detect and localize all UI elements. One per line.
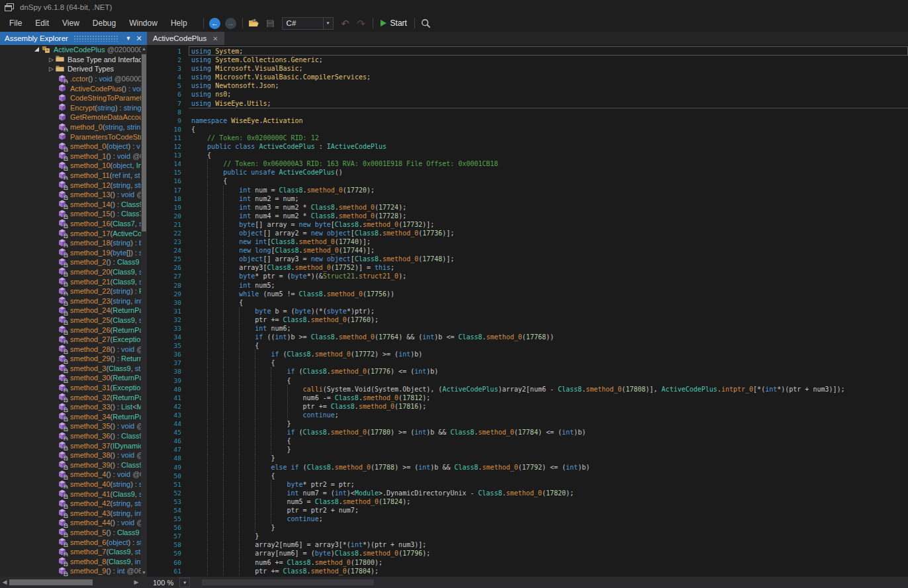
- code-line[interactable]: 13 {: [147, 151, 908, 159]
- navigate-back-button[interactable]: ←: [207, 16, 223, 30]
- scroll-up-icon[interactable]: ▲: [141, 45, 147, 53]
- editor-horizontal-scrollbar[interactable]: [190, 577, 908, 588]
- tree-item[interactable]: smethod_16(Class7, st: [0, 219, 141, 229]
- start-debug-button[interactable]: Start: [377, 17, 411, 29]
- code-line[interactable]: 60 num6 += Class8.smethod_0(17800);: [147, 558, 908, 567]
- code-line[interactable]: 39 {: [147, 376, 908, 385]
- tree-item[interactable]: smethod_2() : Class9 @: [0, 257, 141, 267]
- code-line[interactable]: 51 byte* ptr2 = ptr;: [147, 480, 908, 489]
- open-file-button[interactable]: [246, 16, 262, 30]
- code-line[interactable]: 10{: [147, 125, 908, 134]
- code-line[interactable]: 50 {: [147, 472, 908, 480]
- code-line[interactable]: 33 int num6;: [147, 324, 908, 333]
- tree-item[interactable]: smethod_6(object) : st: [0, 537, 141, 547]
- language-select[interactable]: C# ▼: [282, 17, 334, 30]
- tree-item[interactable]: smethod_17(ActiveCo: [0, 228, 141, 238]
- tree-item[interactable]: smethod_40(string) : s: [0, 480, 141, 489]
- tree-item[interactable]: smethod_42(string, str: [0, 499, 141, 509]
- code-line[interactable]: 56 }: [147, 523, 908, 532]
- code-line[interactable]: 59 array[num6] = (byte)Class8.smethod_0(…: [147, 549, 908, 558]
- code-line[interactable]: 42 ptr += Class8.smethod_0(17816);: [147, 402, 908, 411]
- tree-item[interactable]: smethod_14() : Class9: [0, 200, 141, 210]
- code-line[interactable]: 2using System.Collections.Generic;: [147, 56, 908, 64]
- tree-item[interactable]: smethod_32(ReturnPa: [0, 392, 141, 402]
- code-line[interactable]: 52 int num7 = (int)<Module>.DynamicDirec…: [147, 489, 908, 497]
- code-line[interactable]: 43 continue;: [147, 411, 908, 419]
- tree-item[interactable]: ActiveCodePlus @0200000: [0, 45, 141, 55]
- code-line[interactable]: 14 // Token: 0x060000A3 RID: 163 RVA: 0x…: [147, 159, 908, 168]
- code-line[interactable]: 25 object[] array3 = new object[Class8.s…: [147, 255, 908, 263]
- tree-item[interactable]: smethod_13() : void @: [0, 190, 141, 200]
- tree-item[interactable]: CodeStringToParamet: [0, 93, 141, 103]
- tab-close-icon[interactable]: ✕: [212, 35, 218, 42]
- tree-item[interactable]: ▷Base Type and Interfac: [0, 55, 141, 65]
- tree-hscroll-thumb[interactable]: [9, 579, 93, 585]
- code-line[interactable]: 4using Microsoft.VisualBasic.CompilerSer…: [147, 73, 908, 81]
- assembly-explorer-header[interactable]: Assembly Explorer ▼ ✕: [0, 32, 147, 45]
- tree-item[interactable]: ActiveCodePlus() : voi: [0, 83, 141, 93]
- code-line[interactable]: 53 num5 = Class8.smethod_0(17824);: [147, 497, 908, 506]
- tree-item[interactable]: smethod_31(Exception: [0, 383, 141, 393]
- menu-edit[interactable]: Edit: [28, 16, 56, 30]
- tree-item[interactable]: smethod_39() : Class9: [0, 460, 141, 470]
- code-line[interactable]: 31 byte b = (byte)(*(sbyte*)ptr);: [147, 307, 908, 315]
- tree-item[interactable]: ParametersToCodeStri: [0, 132, 141, 142]
- code-line[interactable]: 48 }: [147, 454, 908, 462]
- zoom-dropdown-button[interactable]: ▼: [179, 577, 190, 587]
- tab-activecodeplus[interactable]: ActiveCodePlus ✕: [147, 32, 224, 45]
- tree-item[interactable]: smethod_33() : List<M: [0, 402, 141, 412]
- tree-item[interactable]: smethod_3(Class9, stri: [0, 364, 141, 374]
- tree-item[interactable]: smethod_4() : void @0: [0, 470, 141, 480]
- redo-button[interactable]: ↷: [353, 16, 369, 30]
- tree-item[interactable]: smethod_1() : void @0: [0, 151, 141, 161]
- expander-expanded-icon[interactable]: [34, 47, 39, 52]
- tree-item[interactable]: smethod_44() : void @: [0, 518, 141, 528]
- tree-item[interactable]: smethod_37(IDynamic: [0, 441, 141, 450]
- code-line[interactable]: 19 int num3 = num2 * Class8.smethod_0(17…: [147, 203, 908, 212]
- code-line[interactable]: 45 if (Class8.smethod_0(17780) >= (int)b…: [147, 428, 908, 437]
- tree-item[interactable]: smethod_15() : Class7: [0, 209, 141, 219]
- tree-item[interactable]: smethod_11(ref int, st: [0, 171, 141, 181]
- code-line[interactable]: 22 object[] array2 = new object[Class8.s…: [147, 229, 908, 237]
- code-line[interactable]: 23 new int[Class8.smethod_0(17740)];: [147, 237, 908, 246]
- expander-collapsed-icon[interactable]: ▷: [49, 56, 54, 63]
- tree-item[interactable]: smethod_28() : void @: [0, 344, 141, 354]
- code-line[interactable]: 27 byte* ptr = (byte*)(&Struct21.struct2…: [147, 272, 908, 280]
- tree-item[interactable]: smethod_21(Class9, st: [0, 276, 141, 286]
- code-line[interactable]: 17 int num = Class8.smethod_0(17720);: [147, 186, 908, 194]
- scroll-right-icon[interactable]: ▶: [132, 577, 141, 588]
- tree-item[interactable]: smethod_12(string, str: [0, 180, 141, 190]
- code-line[interactable]: 40 calli(System.Void(System.Object), (Ac…: [147, 385, 908, 394]
- menu-window[interactable]: Window: [122, 16, 164, 30]
- code-line[interactable]: 46 {: [147, 437, 908, 445]
- code-line[interactable]: 30 {: [147, 298, 908, 307]
- code-line[interactable]: 20 int num4 = num2 * Class8.smethod_0(17…: [147, 212, 908, 220]
- expander-collapsed-icon[interactable]: ▷: [49, 65, 54, 72]
- tree-item[interactable]: smethod_30(ReturnPa: [0, 373, 141, 383]
- code-line[interactable]: 61 ptr += Class8.smethod_0(17804);: [147, 567, 908, 575]
- menu-help[interactable]: Help: [164, 16, 194, 30]
- editor-hscroll-thumb[interactable]: [202, 579, 374, 585]
- zoom-level-value[interactable]: 100 %: [147, 579, 179, 587]
- tree-item[interactable]: smethod_0(object) : v: [0, 142, 141, 151]
- tree-item[interactable]: smethod_19(byte[]) : s: [0, 247, 141, 257]
- tree-item[interactable]: smethod_5() : Class9 @: [0, 528, 141, 538]
- code-line[interactable]: 24 new long[Class8.smethod_0(17744)];: [147, 246, 908, 255]
- code-line[interactable]: 28 int num5;: [147, 281, 908, 290]
- code-line[interactable]: 18 int num2 = num;: [147, 194, 908, 203]
- code-line[interactable]: 12 public class ActiveCodePlus : IActive…: [147, 142, 908, 151]
- code-line[interactable]: 29 while (num5 != Class8.smethod_0(17756…: [147, 290, 908, 298]
- code-line[interactable]: 34 if ((int)b >= Class8.smethod_0(17764)…: [147, 333, 908, 341]
- tree-item[interactable]: smethod_25(Class9, st: [0, 315, 141, 325]
- tree-item[interactable]: smethod_36() : Class9: [0, 431, 141, 441]
- code-line[interactable]: 58 array2[num6] = array3[*(int*)(ptr + n…: [147, 540, 908, 549]
- code-line[interactable]: 9namespace WiseEye.Activation: [147, 116, 908, 125]
- tree-item[interactable]: smethod_43(string, int: [0, 509, 141, 519]
- tree-item[interactable]: smethod_29() : Return: [0, 354, 141, 364]
- tree-item[interactable]: smethod_27(Exception: [0, 335, 141, 345]
- menu-view[interactable]: View: [56, 16, 86, 30]
- tree-item[interactable]: smethod_7(Class9, stri: [0, 547, 141, 557]
- code-line[interactable]: 21 byte[] array = new byte[Class8.smetho…: [147, 220, 908, 229]
- tree-item[interactable]: smethod_18(string) : b: [0, 238, 141, 248]
- menu-debug[interactable]: Debug: [86, 16, 122, 30]
